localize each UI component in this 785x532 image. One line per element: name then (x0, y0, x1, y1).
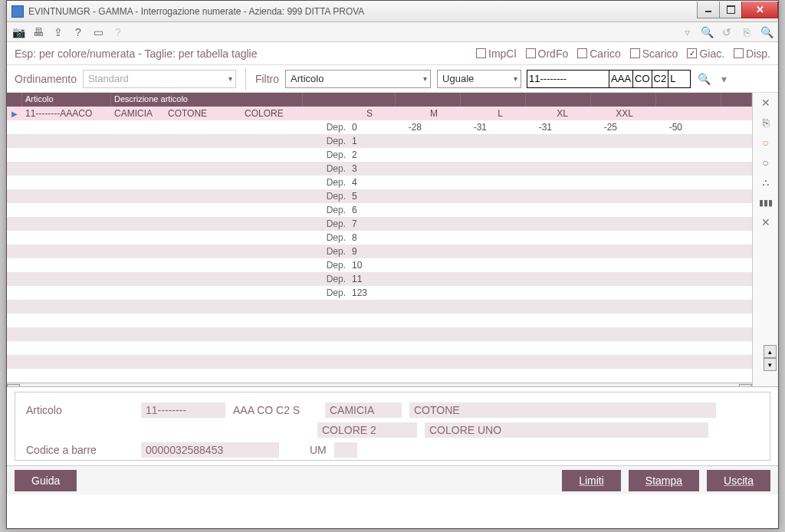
detail-color1: COLORE 2 (317, 422, 417, 438)
filter-menu-icon[interactable]: ▾ (717, 72, 731, 86)
guida-button[interactable]: Guida (15, 470, 77, 491)
check-carico[interactable]: Carico (577, 48, 620, 60)
grid-row-empty (7, 355, 752, 369)
check-scarico[interactable]: Scarico (630, 48, 678, 60)
grid-row-dep[interactable]: Dep.4 (7, 176, 752, 189)
toolbar: 📷 🖶 ⇪ ? ▭ ? ▿ 🔍 ↺ ⎘ 🔍 (7, 22, 778, 42)
grid-row-dep[interactable]: Dep.123 (7, 286, 752, 300)
close-button[interactable] (741, 2, 778, 18)
col-articolo[interactable]: Articolo (22, 93, 111, 107)
filtro-value-input[interactable]: 11-------- AAA CO C2 L (527, 70, 691, 88)
horizontal-scrollbar[interactable]: ◂ ▸ (7, 383, 752, 386)
grid-row-dep[interactable]: Dep.0-28-31-31-25-50 (7, 120, 752, 134)
circle-orange-icon[interactable]: ○ (759, 136, 773, 149)
grid-row-dep[interactable]: Dep.10 (7, 258, 752, 272)
export-icon[interactable]: ⎘ (759, 116, 773, 130)
print-icon[interactable]: 🖶 (31, 25, 45, 39)
info-row: Esp: per colore/numerata - Taglie: per t… (7, 42, 778, 65)
help2-icon: ? (111, 25, 125, 39)
detail-art1: 11-------- (141, 402, 225, 418)
detail-art2: AAA CO C2 S (233, 404, 310, 416)
filtro-op-dropdown[interactable]: Uguale (437, 70, 521, 88)
grid-row-empty (7, 327, 752, 341)
grid-row-dep[interactable]: Dep.2 (7, 148, 752, 162)
detail-color2: COLORE UNO (425, 422, 708, 438)
filter-down-icon[interactable]: ▿ (680, 25, 694, 39)
circle-blue-icon[interactable]: ○ (759, 156, 773, 169)
grid-body: ▶ 11--------AAACO CAMICIA COTONE COLORE … (7, 107, 752, 383)
detail-panel: Articolo 11-------- AAA CO C2 S CAMICIA … (15, 392, 770, 461)
search-icon[interactable]: 🔍 (700, 25, 714, 39)
grid-main: Articolo Descrizione articolo ▶ 11------… (7, 93, 752, 386)
detail-articolo-label: Articolo (26, 404, 133, 416)
grid-area: Articolo Descrizione articolo ▶ 11------… (7, 93, 778, 387)
grid-row-empty (7, 300, 752, 314)
uscita-button[interactable]: Uscita (707, 470, 770, 491)
grid-row-dep[interactable]: Dep.3 (7, 162, 752, 176)
folder-icon[interactable]: ▭ (91, 25, 105, 39)
grid-row-dep[interactable]: Dep.6 (7, 203, 752, 217)
shuffle2-icon[interactable]: ✕ (759, 215, 773, 229)
titlebar: EVINTNUMGR - GAMMA - Interrogazione nume… (7, 1, 778, 22)
vertical-scrollbar[interactable]: ▴ ▾ (764, 345, 777, 371)
ordinamento-dropdown[interactable]: Standard (83, 70, 236, 88)
filtro-field-dropdown[interactable]: Articolo (285, 70, 431, 88)
filtro-label: Filtro (255, 73, 279, 85)
row-selector-icon: ▶ (7, 110, 22, 118)
detail-barcode: 0000032588453 (141, 442, 279, 458)
minimize-button[interactable] (697, 2, 720, 18)
detail-um-value (334, 442, 357, 458)
grid-row-dep[interactable]: Dep.1 (7, 134, 752, 148)
detail-desc2: COTONE (409, 402, 716, 418)
scroll-down-icon[interactable]: ▾ (764, 358, 777, 371)
grid-row-dep[interactable]: Dep.11 (7, 272, 752, 286)
grid-row-empty (7, 341, 752, 355)
filter-row: Ordinamento Standard Filtro Articolo Ugu… (7, 65, 778, 93)
shuffle-icon[interactable]: ✕ (759, 96, 773, 110)
grid-header: Articolo Descrizione articolo (7, 93, 752, 107)
grid-side-toolbar: ✕ ⎘ ○ ○ ⛬ ▮▮▮ ✕ ▴ ▾ (752, 93, 778, 386)
check-ordfo[interactable]: OrdFo (526, 48, 569, 60)
scroll-left-icon[interactable]: ◂ (7, 384, 20, 387)
grid-row-empty (7, 369, 752, 383)
detail-desc1: CAMICIA (325, 402, 402, 418)
stampa-button[interactable]: Stampa (629, 470, 699, 491)
footer: Guida Limiti Stampa Uscita (7, 465, 778, 494)
info-text: Esp: per colore/numerata - Taglie: per t… (15, 48, 257, 60)
camera-icon[interactable]: 📷 (11, 25, 25, 39)
limiti-button[interactable]: Limiti (562, 470, 621, 491)
upload-icon[interactable]: ⇪ (51, 25, 65, 39)
undo-icon[interactable]: ↺ (720, 25, 734, 39)
check-group: ImpCl OrdFo Carico Scarico Giac. Disp. (476, 48, 770, 60)
ordinamento-label: Ordinamento (15, 73, 77, 85)
barcode-icon[interactable]: ▮▮▮ (759, 195, 773, 209)
app-window: EVINTNUMGR - GAMMA - Interrogazione nume… (6, 0, 779, 529)
grid-row-dep[interactable]: Dep.5 (7, 189, 752, 203)
grid-row-dep[interactable]: Dep.9 (7, 245, 752, 258)
grid-row-article[interactable]: ▶ 11--------AAACO CAMICIA COTONE COLORE … (7, 107, 752, 120)
col-descrizione[interactable]: Descrizione articolo (111, 93, 303, 107)
scroll-right-icon[interactable]: ▸ (739, 384, 752, 387)
scroll-up-icon[interactable]: ▴ (764, 345, 777, 358)
app-icon (11, 5, 24, 18)
window-title: EVINTNUMGR - GAMMA - Interrogazione nume… (28, 6, 698, 17)
detail-barcode-label: Codice a barre (26, 444, 133, 456)
check-impcl[interactable]: ImpCl (476, 48, 517, 60)
grid-row-empty (7, 314, 752, 327)
search2-icon[interactable]: 🔍 (760, 25, 774, 39)
hierarchy-icon[interactable]: ⛬ (759, 176, 773, 189)
grid-row-dep[interactable]: Dep.8 (7, 231, 752, 245)
help-icon[interactable]: ? (71, 25, 85, 39)
check-giac[interactable]: Giac. (687, 48, 724, 60)
search-filter-icon[interactable]: 🔍 (697, 72, 711, 86)
grid-row-dep[interactable]: Dep.7 (7, 217, 752, 231)
detail-um-label: UM (310, 444, 327, 456)
check-disp[interactable]: Disp. (734, 48, 770, 60)
copy-icon[interactable]: ⎘ (740, 25, 754, 39)
maximize-button[interactable] (719, 2, 742, 18)
